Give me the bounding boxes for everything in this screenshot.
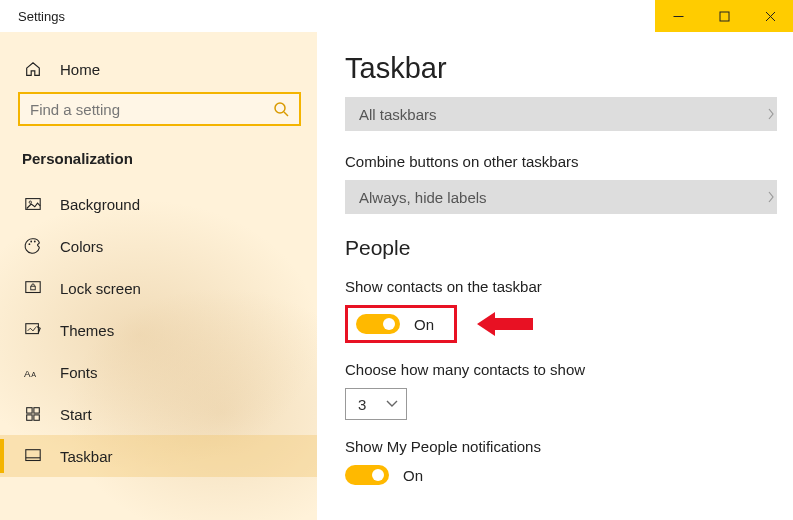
svg-rect-17 — [34, 408, 39, 413]
chevron-down-icon — [386, 400, 398, 408]
toggle-knob — [383, 318, 395, 330]
show-contacts-label: Show contacts on the taskbar — [345, 278, 781, 295]
svg-rect-13 — [26, 324, 39, 334]
sidebar-item-label: Themes — [60, 322, 114, 339]
sidebar-item-label: Taskbar — [60, 448, 113, 465]
start-icon — [24, 405, 42, 423]
minimize-icon — [673, 11, 684, 22]
picture-icon — [24, 195, 42, 213]
titlebar: Settings — [0, 0, 793, 32]
svg-rect-11 — [26, 282, 40, 293]
dropdown-value: Always, hide labels — [359, 189, 487, 206]
sidebar-item-label: Lock screen — [60, 280, 141, 297]
show-notifications-label: Show My People notifications — [345, 438, 781, 455]
sidebar-item-label: Fonts — [60, 364, 98, 381]
sidebar-item-themes[interactable]: Themes — [0, 309, 317, 351]
sidebar-item-start[interactable]: Start — [0, 393, 317, 435]
window-controls — [655, 0, 793, 32]
page-title: Taskbar — [345, 52, 781, 85]
minimize-button[interactable] — [655, 0, 701, 32]
nav-list: Background Colors Lock screen — [0, 183, 317, 477]
lock-screen-icon — [24, 279, 42, 297]
sidebar-item-fonts[interactable]: AA Fonts — [0, 351, 317, 393]
svg-rect-19 — [34, 415, 39, 420]
contacts-count-select[interactable]: 3 — [345, 388, 407, 420]
themes-icon — [24, 321, 42, 339]
show-contacts-toggle[interactable] — [356, 314, 400, 334]
people-section-title: People — [345, 236, 781, 260]
svg-point-9 — [30, 241, 32, 243]
sidebar: Home Personalization Background — [0, 32, 317, 520]
svg-point-10 — [34, 241, 36, 243]
toggle-knob — [372, 469, 384, 481]
section-title: Personalization — [0, 144, 317, 183]
annotation-highlight: On — [345, 305, 457, 343]
svg-point-8 — [29, 243, 31, 245]
show-notifications-toggle[interactable] — [345, 465, 389, 485]
toggle-state: On — [403, 467, 423, 484]
home-link[interactable]: Home — [0, 50, 317, 92]
sidebar-item-label: Background — [60, 196, 140, 213]
svg-line-5 — [284, 112, 288, 116]
sidebar-item-background[interactable]: Background — [0, 183, 317, 225]
choose-count-label: Choose how many contacts to show — [345, 361, 781, 378]
combine-dropdown[interactable]: Always, hide labels — [345, 180, 777, 214]
sidebar-item-lock-screen[interactable]: Lock screen — [0, 267, 317, 309]
svg-rect-20 — [26, 450, 40, 461]
sidebar-item-colors[interactable]: Colors — [0, 225, 317, 267]
combine-label: Combine buttons on other taskbars — [345, 153, 781, 170]
maximize-icon — [719, 11, 730, 22]
svg-rect-18 — [27, 415, 32, 420]
fonts-icon: AA — [24, 363, 42, 381]
search-icon — [273, 101, 289, 117]
svg-text:A: A — [24, 368, 31, 379]
search-input[interactable] — [30, 101, 273, 118]
taskbar-icon — [24, 447, 42, 465]
dropdown-value: All taskbars — [359, 106, 437, 123]
close-button[interactable] — [747, 0, 793, 32]
sidebar-item-label: Start — [60, 406, 92, 423]
maximize-button[interactable] — [701, 0, 747, 32]
home-label: Home — [60, 61, 100, 78]
svg-point-7 — [29, 201, 31, 203]
svg-rect-12 — [31, 286, 36, 290]
content-pane: Taskbar All taskbars Combine buttons on … — [317, 32, 793, 520]
svg-rect-16 — [27, 408, 32, 413]
annotation-arrow — [477, 310, 533, 338]
palette-icon — [24, 237, 42, 255]
svg-marker-22 — [477, 312, 533, 336]
chevron-right-icon — [767, 191, 775, 203]
toggle-state: On — [414, 316, 434, 333]
window-title: Settings — [0, 9, 65, 24]
sidebar-item-label: Colors — [60, 238, 103, 255]
home-icon — [24, 60, 42, 78]
svg-rect-1 — [720, 12, 729, 21]
search-box[interactable] — [18, 92, 301, 126]
svg-text:A: A — [31, 370, 36, 379]
close-icon — [765, 11, 776, 22]
svg-point-4 — [275, 103, 285, 113]
sidebar-item-taskbar[interactable]: Taskbar — [0, 435, 317, 477]
select-value: 3 — [358, 396, 366, 413]
all-taskbars-dropdown[interactable]: All taskbars — [345, 97, 777, 131]
chevron-right-icon — [767, 108, 775, 120]
